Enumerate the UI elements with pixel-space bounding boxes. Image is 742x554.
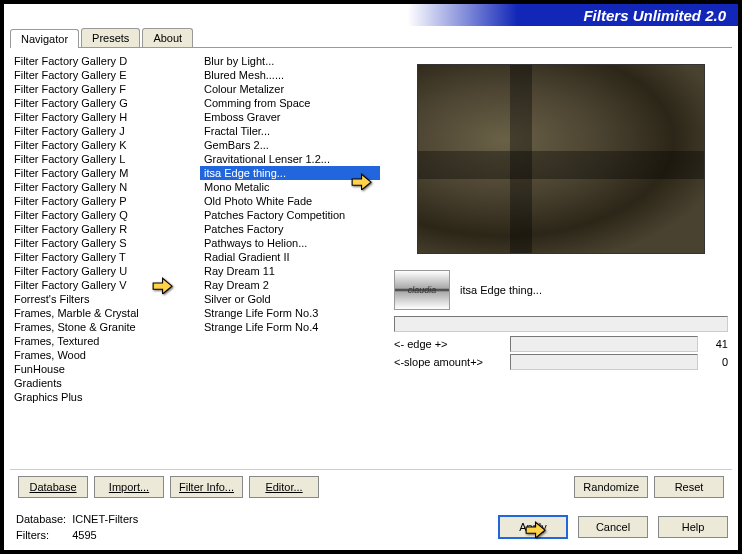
param-label: <-slope amount+> bbox=[394, 356, 504, 368]
preview-image bbox=[417, 64, 705, 254]
param-slider[interactable] bbox=[510, 354, 698, 370]
list-item[interactable]: Colour Metalizer bbox=[200, 82, 380, 96]
reset-button[interactable]: Reset bbox=[654, 476, 724, 498]
list-item[interactable]: Filter Factory Gallery E bbox=[10, 68, 196, 82]
list-item[interactable]: GemBars 2... bbox=[200, 138, 380, 152]
app-title: Filters Unlimited 2.0 bbox=[583, 7, 726, 24]
cancel-button[interactable]: Cancel bbox=[578, 516, 648, 538]
list-item[interactable]: Patches Factory Competition bbox=[200, 208, 380, 222]
list-item[interactable]: Strange Life Form No.4 bbox=[200, 320, 380, 334]
list-item[interactable]: Filter Factory Gallery V bbox=[10, 278, 196, 292]
param-row: <- edge +>41 bbox=[394, 336, 728, 352]
database-button[interactable]: Database bbox=[18, 476, 88, 498]
list-item[interactable]: Filter Factory Gallery U bbox=[10, 264, 196, 278]
list-item[interactable]: Old Photo White Fade bbox=[200, 194, 380, 208]
list-item[interactable]: Filter Factory Gallery M bbox=[10, 166, 196, 180]
list-item[interactable]: Frames, Marble & Crystal bbox=[10, 306, 196, 320]
list-item[interactable]: Radial Gradient II bbox=[200, 250, 380, 264]
list-item[interactable]: Ray Dream 11 bbox=[200, 264, 380, 278]
list-item[interactable]: Mono Metalic bbox=[200, 180, 380, 194]
list-item[interactable]: Frames, Textured bbox=[10, 334, 196, 348]
filter-name-label: itsa Edge thing... bbox=[456, 282, 728, 298]
list-item[interactable]: Forrest's Filters bbox=[10, 292, 196, 306]
apply-button[interactable]: Apply bbox=[498, 515, 568, 539]
status-info: Database:ICNET-Filters Filters:4595 bbox=[14, 510, 140, 544]
tab-navigator[interactable]: Navigator bbox=[10, 29, 79, 48]
list-item[interactable]: Filter Factory Gallery T bbox=[10, 250, 196, 264]
list-item[interactable]: Blured Mesh...... bbox=[200, 68, 380, 82]
list-item[interactable]: Frames, Wood bbox=[10, 348, 196, 362]
list-item[interactable]: Filter Factory Gallery H bbox=[10, 110, 196, 124]
right-panel: claudia itsa Edge thing... <- edge +>41<… bbox=[384, 54, 732, 461]
list-item[interactable]: Pathways to Helion... bbox=[200, 236, 380, 250]
list-item[interactable]: Filter Factory Gallery P bbox=[10, 194, 196, 208]
list-item[interactable]: Filter Factory Gallery D bbox=[10, 54, 196, 68]
list-item[interactable]: Filter Factory Gallery R bbox=[10, 222, 196, 236]
randomize-button[interactable]: Randomize bbox=[574, 476, 648, 498]
list-item[interactable]: Filter Factory Gallery G bbox=[10, 96, 196, 110]
main-area: Filter Factory Gallery DFilter Factory G… bbox=[4, 48, 738, 467]
watermark-badge: claudia bbox=[394, 270, 450, 310]
category-list[interactable]: Filter Factory Gallery DFilter Factory G… bbox=[10, 54, 196, 461]
param-value: 41 bbox=[704, 338, 728, 350]
param-value: 0 bbox=[704, 356, 728, 368]
dialog-window: Filters Unlimited 2.0 Navigator Presets … bbox=[3, 3, 739, 551]
tab-about[interactable]: About bbox=[142, 28, 193, 47]
footer: Database:ICNET-Filters Filters:4595 Appl… bbox=[4, 504, 738, 550]
list-item[interactable]: Patches Factory bbox=[200, 222, 380, 236]
list-item[interactable]: Filter Factory Gallery J bbox=[10, 124, 196, 138]
list-item[interactable]: Filter Factory Gallery S bbox=[10, 236, 196, 250]
slider-full[interactable] bbox=[394, 316, 728, 332]
list-item[interactable]: Blur by Light... bbox=[200, 54, 380, 68]
list-item[interactable]: itsa Edge thing... bbox=[200, 166, 380, 180]
list-item[interactable]: Filter Factory Gallery L bbox=[10, 152, 196, 166]
tab-strip: Navigator Presets About bbox=[10, 28, 732, 48]
list-item[interactable]: Filter Factory Gallery K bbox=[10, 138, 196, 152]
param-label: <- edge +> bbox=[394, 338, 504, 350]
list-item[interactable]: Ray Dream 2 bbox=[200, 278, 380, 292]
help-button[interactable]: Help bbox=[658, 516, 728, 538]
list-item[interactable]: Strange Life Form No.3 bbox=[200, 306, 380, 320]
filter-list[interactable]: Blur by Light...Blured Mesh......Colour … bbox=[200, 54, 380, 461]
tab-presets[interactable]: Presets bbox=[81, 28, 140, 47]
filter-info-button[interactable]: Filter Info... bbox=[170, 476, 243, 498]
list-item[interactable]: Gravitational Lenser 1.2... bbox=[200, 152, 380, 166]
param-row: <-slope amount+>0 bbox=[394, 354, 728, 370]
list-item[interactable]: Silver or Gold bbox=[200, 292, 380, 306]
title-bar: Filters Unlimited 2.0 bbox=[4, 4, 738, 26]
editor-button[interactable]: Editor... bbox=[249, 476, 319, 498]
import-button[interactable]: Import... bbox=[94, 476, 164, 498]
toolbar-row: Database Import... Filter Info... Editor… bbox=[10, 469, 732, 504]
list-item[interactable]: Emboss Graver bbox=[200, 110, 380, 124]
list-item[interactable]: Gradients bbox=[10, 376, 196, 390]
list-item[interactable]: Filter Factory Gallery Q bbox=[10, 208, 196, 222]
param-slider[interactable] bbox=[510, 336, 698, 352]
list-item[interactable]: Filter Factory Gallery F bbox=[10, 82, 196, 96]
list-item[interactable]: FunHouse bbox=[10, 362, 196, 376]
list-item[interactable]: Frames, Stone & Granite bbox=[10, 320, 196, 334]
list-item[interactable]: Filter Factory Gallery N bbox=[10, 180, 196, 194]
list-item[interactable]: Fractal Tiler... bbox=[200, 124, 380, 138]
list-item[interactable]: Comming from Space bbox=[200, 96, 380, 110]
list-item[interactable]: Graphics Plus bbox=[10, 390, 196, 404]
